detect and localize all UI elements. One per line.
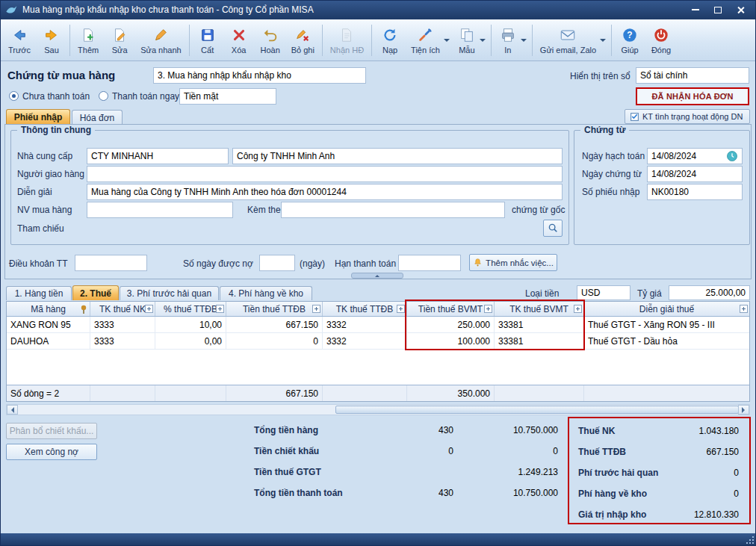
horizontal-scrollbar[interactable]: [6, 404, 750, 415]
supplier-code-field[interactable]: CTY MINHANH: [87, 148, 229, 164]
column-filter-icon[interactable]: [312, 305, 320, 313]
add-reminder-button[interactable]: Thêm nhắc việc...: [469, 254, 557, 271]
cell-dien-giai-thue[interactable]: Thuế GTGT - Xăng RON 95 - III: [584, 317, 749, 332]
currency-combo[interactable]: USD: [577, 285, 630, 300]
toolbar-button-in[interactable]: In: [494, 22, 530, 59]
column-filter-icon[interactable]: [397, 305, 405, 313]
column-header-dien-giai-thue[interactable]: Diễn giải thuế: [584, 302, 749, 316]
scrollbar-thumb[interactable]: [335, 406, 739, 414]
cell-tk-thue-bvmt[interactable]: 33381: [495, 333, 584, 349]
column-header-ma-hang[interactable]: Mã hàng: [7, 302, 90, 316]
toolbar-button-sau[interactable]: Sau: [36, 22, 67, 59]
column-header-tien-thue-ttdb[interactable]: Tiền thuế TTĐB: [226, 302, 323, 316]
toolbar-button-gui-email-zalo[interactable]: Gửi email, Zalo: [535, 22, 609, 59]
toolbar-button-bo-ghi[interactable]: Bỏ ghi: [286, 22, 320, 59]
terms-field[interactable]: [75, 255, 147, 271]
tab-phi-truoc-hai-quan[interactable]: 3. Phí trước hải quan: [120, 286, 219, 300]
pin-icon[interactable]: [80, 305, 87, 316]
toolbar-label: Xóa: [232, 46, 247, 55]
cell-pct-ttdb[interactable]: 0,00: [155, 333, 226, 349]
column-header-tien-thue-bvmt[interactable]: Tiền thuế BVMT: [407, 302, 495, 316]
maximize-button[interactable]: [707, 1, 729, 18]
toolbar-button-mau[interactable]: Mẫu: [453, 22, 489, 59]
cell-tk-thue-ttdb[interactable]: 3332: [323, 317, 407, 332]
column-header-tk-thue-bvmt[interactable]: TK thuế BVMT: [495, 302, 584, 316]
cell-pct-ttdb[interactable]: 10,00: [155, 317, 226, 332]
toolbar-button-dong[interactable]: Đóng: [645, 22, 677, 59]
radio-chua-thanh-toan-label[interactable]: Chưa thanh toán: [22, 91, 90, 102]
receipt-no-field[interactable]: NK00180: [647, 184, 743, 200]
column-header-pct-ttdb[interactable]: % thuế TTĐB: [155, 302, 226, 316]
debt-days-field[interactable]: [259, 255, 295, 271]
toolbar-button-nap[interactable]: Nạp: [374, 22, 406, 59]
column-filter-icon[interactable]: [145, 305, 153, 313]
cell-tk-thue-nk[interactable]: 3333: [90, 333, 155, 349]
column-filter-icon[interactable]: [574, 305, 582, 313]
toolbar-button-sua[interactable]: Sửa: [104, 22, 135, 59]
reference-search-button[interactable]: [543, 220, 563, 237]
tab-phi-hang-ve-kho[interactable]: 4. Phí hàng về kho: [220, 286, 312, 300]
buyer-field[interactable]: [87, 202, 233, 218]
document-date-field[interactable]: 14/08/2024: [647, 166, 743, 182]
cell-ma-hang[interactable]: DAUHOA: [7, 333, 90, 349]
toolbar-label: Giúp: [621, 46, 638, 55]
scroll-right-button[interactable]: [738, 405, 749, 415]
table-row[interactable]: XANG RON 95 3333 10,00 667.150 3332 250.…: [7, 317, 749, 333]
triangle-right-icon: [742, 407, 748, 413]
cell-dien-giai-thue[interactable]: Thuế GTGT - Dầu hỏa: [584, 333, 749, 349]
cell-ma-hang[interactable]: XANG RON 95: [7, 317, 90, 332]
cell-tien-thue-ttdb[interactable]: 0: [226, 333, 323, 349]
attach-field[interactable]: [281, 202, 505, 218]
toolbar-separator: [491, 25, 492, 56]
payment-method-combo[interactable]: Tiền mặt: [179, 88, 276, 105]
table-row[interactable]: DAUHOA 3333 0,00 0 3332 100.000 33381 Th…: [7, 333, 749, 350]
received-invoice-button[interactable]: ĐÃ NHẬN HÓA ĐƠN: [636, 87, 749, 105]
radio-chua-thanh-toan[interactable]: [9, 91, 19, 101]
supplier-name-field[interactable]: Công ty TNHH Minh Anh: [232, 148, 563, 164]
cell-tien-thue-bvmt[interactable]: 250.000: [407, 317, 495, 332]
deliverer-field[interactable]: [87, 166, 563, 182]
tab-thue[interactable]: 2. Thuế: [72, 285, 119, 300]
column-filter-icon[interactable]: [740, 305, 748, 313]
voucher-type-combo[interactable]: 3. Mua hàng nhập khẩu nhập kho: [153, 67, 366, 84]
column-filter-icon[interactable]: [216, 305, 224, 313]
cell-tien-thue-ttdb[interactable]: 667.150: [226, 317, 323, 332]
scroll-left-button[interactable]: [7, 405, 18, 415]
toolbar-button-giup[interactable]: ? Giúp: [614, 22, 645, 59]
toolbar-button-hoan[interactable]: Hoàn: [255, 22, 286, 59]
radio-thanh-toan-ngay-label[interactable]: Thanh toán ngay: [112, 91, 179, 102]
column-header-label: Diễn giải thuế: [639, 304, 694, 314]
column-filter-icon[interactable]: [484, 305, 492, 313]
collapse-handle[interactable]: [351, 273, 403, 279]
deliverer-label: Người giao hàng: [17, 169, 84, 179]
close-button[interactable]: [729, 1, 752, 18]
rate-field[interactable]: 25.000,00: [669, 285, 750, 300]
column-header-tk-thue-ttdb[interactable]: TK thuế TTĐB: [323, 302, 407, 316]
close-icon: [737, 6, 745, 14]
minimize-button[interactable]: [684, 1, 707, 18]
toolbar-button-cat[interactable]: Cất: [192, 22, 223, 59]
toolbar-button-them[interactable]: Thêm: [72, 22, 104, 59]
cell-tien-thue-bvmt[interactable]: 100.000: [407, 333, 495, 349]
kt-status-button[interactable]: KT tình trạng hoạt động DN: [625, 109, 750, 124]
show-on-book-combo[interactable]: Sổ tài chính: [636, 67, 749, 84]
toolbar-button-truoc[interactable]: Trước: [3, 22, 36, 59]
description-field[interactable]: Mua hàng của Công ty TNHH Minh Anh theo …: [87, 184, 563, 200]
due-date-field[interactable]: [398, 255, 461, 271]
cell-tk-thue-nk[interactable]: 3333: [90, 317, 155, 332]
tab-hoa-don[interactable]: Hóa đơn: [72, 110, 123, 125]
cell-tk-thue-ttdb[interactable]: 3332: [323, 333, 407, 349]
resize-grip[interactable]: [745, 535, 754, 544]
calendar-icon[interactable]: [726, 150, 738, 162]
toolbar-button-sua-nhanh[interactable]: Sửa nhanh: [135, 22, 186, 59]
toolbar-label: Trước: [8, 46, 31, 55]
tab-hang-tien[interactable]: 1. Hàng tiền: [6, 286, 72, 300]
save-icon: [199, 26, 217, 44]
cell-tk-thue-bvmt[interactable]: 33381: [495, 317, 584, 332]
toolbar-button-xoa[interactable]: Xóa: [223, 22, 255, 59]
tab-phieu-nhap[interactable]: Phiếu nhập: [6, 109, 70, 125]
toolbar-button-tien-ich[interactable]: Tiện ích: [406, 22, 453, 59]
column-header-tk-thue-nk[interactable]: TK thuế NK: [90, 302, 155, 316]
view-debt-button[interactable]: Xem công nợ: [6, 444, 97, 460]
radio-thanh-toan-ngay[interactable]: [99, 91, 108, 101]
